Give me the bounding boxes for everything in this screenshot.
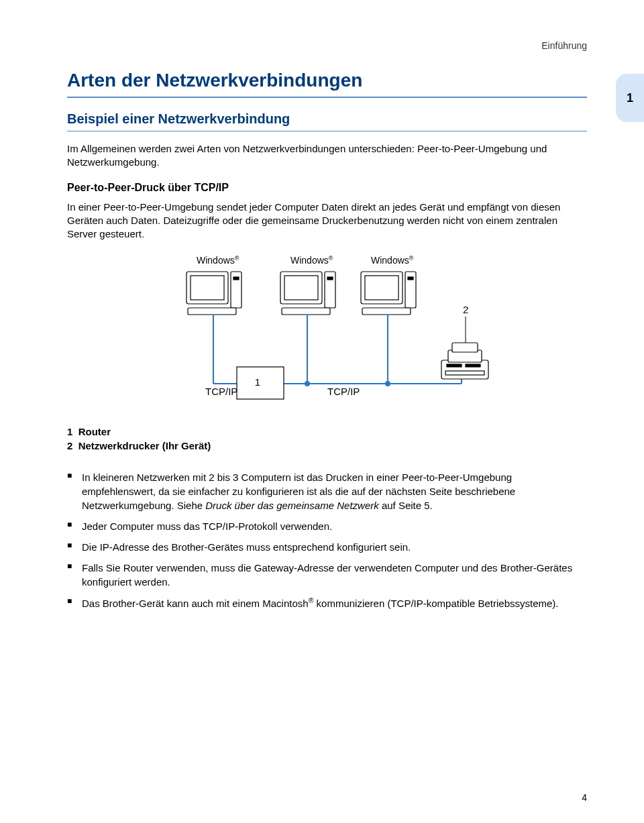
- bullet-item: Das Brother-Gerät kann auch mit einem Ma…: [67, 596, 587, 610]
- svg-rect-3: [233, 277, 239, 280]
- os-label-2: Windows®: [290, 255, 333, 266]
- bullet-item: Die IP-Adresse des Brother-Gerätes muss …: [67, 540, 587, 554]
- page-title: Arten der Netzwerkverbindungen: [67, 70, 587, 91]
- p2p-paragraph: In einer Peer-to-Peer-Umgebung sendet je…: [67, 201, 587, 241]
- subsection-title: Peer-to-Peer-Druck über TCP/IP: [67, 182, 587, 194]
- legend-item-1: 1 Router: [67, 426, 587, 437]
- computer-icon-2: [280, 272, 335, 315]
- svg-rect-23: [441, 360, 488, 379]
- printer-icon: [441, 343, 488, 379]
- tcpip-label-left: TCP/IP: [205, 386, 237, 397]
- svg-rect-4: [188, 308, 236, 315]
- router-number: 1: [254, 376, 260, 388]
- printer-callout-number: 2: [463, 304, 468, 315]
- svg-rect-8: [327, 277, 333, 280]
- svg-rect-6: [284, 276, 318, 300]
- svg-point-21: [305, 382, 309, 386]
- intro-paragraph: Im Allgemeinen werden zwei Arten von Net…: [67, 142, 587, 170]
- svg-rect-1: [191, 276, 224, 300]
- computer-icon-3: [361, 272, 416, 315]
- bullet-item: Jeder Computer muss das TCP/IP-Protokoll…: [67, 519, 587, 533]
- section-header: Einführung: [67, 40, 587, 51]
- subtitle-rule: [67, 131, 587, 131]
- computer-icon-1: [186, 272, 241, 315]
- svg-rect-27: [466, 364, 480, 367]
- bullet-list: In kleineren Netzwerken mit 2 bis 3 Comp…: [67, 470, 587, 610]
- bullet-item: Falls Sie Router verwenden, muss die Gat…: [67, 561, 587, 589]
- network-diagram: Windows® Windows® Windows®: [67, 253, 587, 421]
- os-label-1: Windows®: [197, 255, 239, 266]
- bullet-item: In kleineren Netzwerken mit 2 bis 3 Comp…: [67, 470, 587, 512]
- svg-rect-25: [452, 343, 478, 352]
- diagram-svg: Windows® Windows® Windows®: [126, 253, 529, 421]
- chapter-badge: 1: [616, 74, 644, 122]
- section-subtitle: Beispiel einer Netzwerkverbindung: [67, 111, 587, 127]
- svg-rect-28: [445, 371, 484, 375]
- svg-rect-13: [408, 277, 413, 280]
- tcpip-label-right: TCP/IP: [327, 386, 360, 397]
- title-rule: [67, 97, 587, 98]
- os-label-3: Windows®: [371, 255, 414, 266]
- svg-point-22: [386, 382, 390, 386]
- svg-rect-11: [365, 276, 398, 300]
- diagram-legend: 1 Router 2 Netzwerkdrucker (Ihr Gerät): [67, 426, 587, 451]
- svg-rect-26: [447, 364, 462, 367]
- svg-rect-14: [362, 308, 411, 315]
- svg-rect-9: [282, 308, 330, 315]
- legend-item-2: 2 Netzwerkdrucker (Ihr Gerät): [67, 440, 587, 451]
- page-number: 4: [582, 792, 587, 803]
